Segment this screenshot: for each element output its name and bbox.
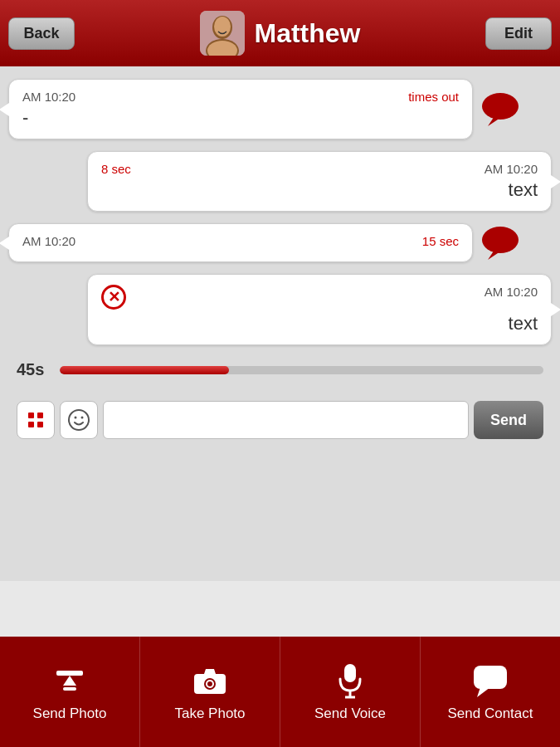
edit-button[interactable]: Edit: [485, 17, 552, 50]
speech-bubble-icon: [480, 225, 521, 261]
svg-rect-11: [28, 422, 34, 427]
tab-bar: Send Photo Take Photo Send Voice: [0, 637, 560, 747]
progress-time-label: 45s: [17, 360, 50, 379]
message-bubble: ✕ AM 10:20 text: [87, 274, 552, 345]
chat-bubble-icon: [472, 662, 509, 699]
message-bubble: AM 10:20 times out -: [8, 79, 473, 139]
bubble-time: AM 10:20: [485, 162, 538, 176]
svg-rect-10: [37, 413, 43, 418]
tab-take-photo[interactable]: Take Photo: [140, 637, 280, 747]
svg-point-23: [207, 681, 212, 686]
back-button[interactable]: Back: [8, 17, 75, 50]
tab-send-photo[interactable]: Send Photo: [0, 637, 140, 747]
svg-rect-18: [63, 687, 76, 691]
tab-send-contact-label: Send Contact: [447, 706, 533, 722]
message-row: 8 sec AM 10:20 text: [8, 151, 552, 212]
svg-point-14: [75, 417, 77, 419]
bubble-time: AM 10:20: [485, 285, 538, 310]
tab-send-voice-label: Send Voice: [314, 706, 386, 722]
svg-point-7: [482, 227, 519, 253]
camera-icon: [192, 662, 228, 699]
svg-rect-24: [344, 664, 356, 682]
bubble-content: -: [22, 107, 459, 129]
bubble-notch: [551, 175, 560, 188]
emoji-button[interactable]: [60, 401, 98, 439]
avatar-image: [200, 11, 245, 56]
bubble-status: 15 sec: [422, 234, 459, 248]
svg-point-15: [81, 417, 84, 419]
bubble-content: text: [101, 179, 538, 201]
messages-area: AM 10:20 times out - 8 sec AM 10:20 text…: [0, 66, 560, 581]
message-row: ✕ AM 10:20 text: [8, 274, 552, 345]
error-icon: ✕: [101, 285, 126, 310]
bubble-time: AM 10:20: [22, 90, 75, 104]
progress-track[interactable]: [60, 366, 543, 374]
input-area: Send: [8, 394, 552, 446]
bubble-header: ✕ AM 10:20: [101, 285, 538, 310]
bubble-notch: [0, 237, 9, 250]
svg-marker-20: [204, 669, 216, 674]
svg-marker-17: [63, 676, 76, 686]
microphone-icon: [332, 662, 368, 699]
bubble-header: AM 10:20 15 sec: [22, 234, 459, 248]
speech-bubble-icon: [480, 91, 521, 128]
tab-send-contact[interactable]: Send Contact: [421, 637, 560, 747]
message-bubble: AM 10:20 15 sec: [8, 223, 473, 262]
header: Back Matthew Edit: [0, 0, 560, 66]
progress-fill: [60, 366, 229, 374]
bubble-header: AM 10:20 times out: [22, 90, 459, 104]
add-button[interactable]: [17, 401, 55, 439]
message-input[interactable]: [103, 401, 469, 439]
message-row: AM 10:20 times out -: [8, 79, 552, 139]
svg-point-13: [69, 410, 89, 430]
message-bubble: 8 sec AM 10:20 text: [87, 151, 552, 212]
svg-rect-16: [56, 671, 83, 676]
progress-area: 45s: [8, 357, 552, 383]
tab-send-photo-label: Send Photo: [33, 706, 107, 722]
tab-send-voice[interactable]: Send Voice: [280, 637, 421, 747]
svg-marker-6: [488, 116, 503, 126]
svg-point-5: [482, 93, 519, 120]
bubble-status: times out: [408, 90, 459, 104]
svg-rect-9: [28, 413, 34, 418]
svg-marker-8: [488, 250, 503, 260]
svg-rect-12: [37, 422, 43, 427]
bubble-content: text: [101, 313, 538, 334]
send-button[interactable]: Send: [474, 401, 543, 439]
bubble-notch: [0, 103, 9, 116]
header-center: Matthew: [200, 11, 361, 56]
avatar: [200, 11, 245, 56]
bubble-duration: 8 sec: [101, 162, 131, 176]
bubble-header: 8 sec AM 10:20: [101, 162, 538, 176]
contact-name: Matthew: [255, 18, 361, 49]
bubble-notch: [551, 303, 560, 316]
send-photo-icon: [51, 662, 88, 699]
svg-rect-27: [474, 666, 507, 689]
bubble-time: AM 10:20: [22, 234, 75, 248]
tab-take-photo-label: Take Photo: [174, 706, 245, 722]
message-row: AM 10:20 15 sec: [8, 223, 552, 262]
